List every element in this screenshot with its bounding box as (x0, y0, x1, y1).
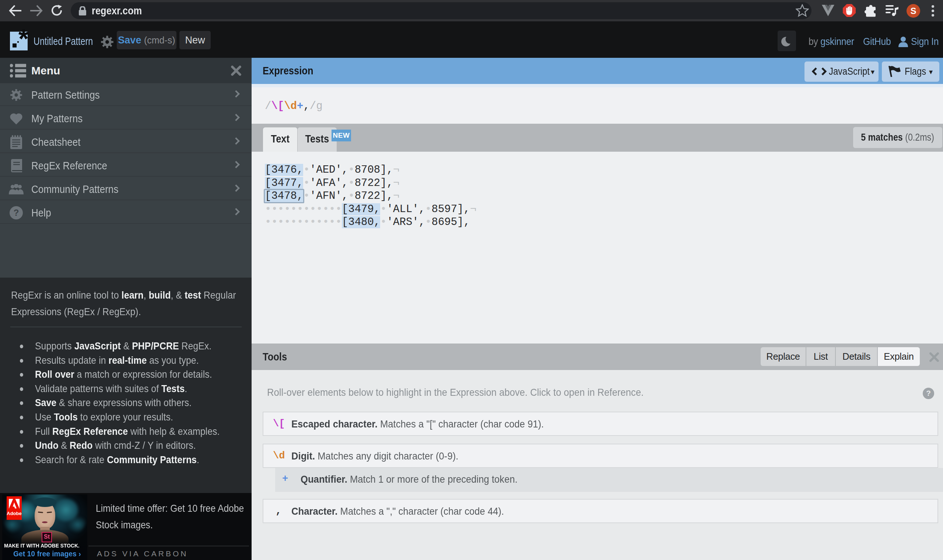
svg-text:?: ? (926, 389, 931, 397)
svg-text:?: ? (14, 208, 19, 218)
